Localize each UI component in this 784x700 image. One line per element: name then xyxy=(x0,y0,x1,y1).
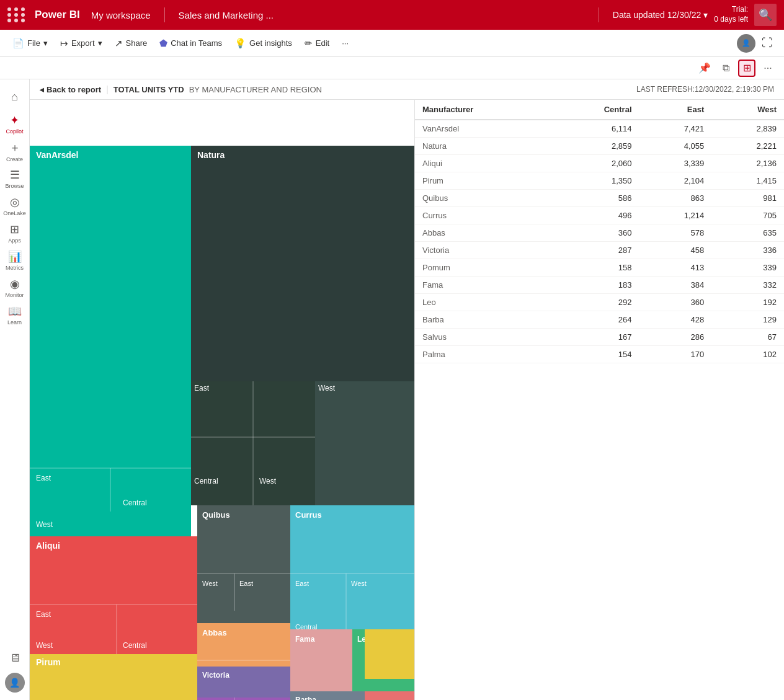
treemap-svg: VanArsdel East Central West Natura East xyxy=(30,100,414,700)
sidebar-item-apps[interactable]: ⊞ Apps xyxy=(2,221,27,246)
svg-text:Barba: Barba xyxy=(295,696,316,700)
cell-east: 7,421 xyxy=(639,120,712,138)
sidebar-item-onelake[interactable]: ◎ OneLake xyxy=(2,193,27,218)
col-header-east: East xyxy=(639,100,712,120)
sidebar-avatar[interactable]: 👤 xyxy=(5,673,25,693)
cell-central: 154 xyxy=(551,346,639,363)
table-view-button[interactable]: ⊞ xyxy=(738,60,755,77)
salvus-block xyxy=(365,691,414,700)
trial-label: Trial: 0 days left xyxy=(714,5,748,24)
apps-label: Apps xyxy=(8,237,21,244)
more-options-button[interactable]: ··· xyxy=(337,36,354,50)
svg-text:Quibus: Quibus xyxy=(202,510,230,520)
cell-central: 287 xyxy=(551,242,639,259)
left-sidebar: ⌂ ✦ Copilot ＋ Create ☰ Browse ◎ OneLake … xyxy=(0,79,30,700)
breadcrumb-bar: ◂ Back to report | TOTAL UNITS YTD BY MA… xyxy=(30,79,784,100)
svg-text:West: West xyxy=(351,580,367,587)
cell-east: 1,214 xyxy=(639,207,712,224)
cell-manufacturer: Salvus xyxy=(415,329,551,346)
cell-manufacturer: Fama xyxy=(415,277,551,294)
export-button[interactable]: ↦ Export ▾ xyxy=(55,35,107,51)
sidebar-item-screen[interactable]: 🖥 xyxy=(2,645,27,670)
cell-central: 360 xyxy=(551,224,639,242)
col-header-central: Central xyxy=(551,100,639,120)
palma-block xyxy=(365,629,414,679)
edit-button[interactable]: ✏ Edit xyxy=(300,35,334,51)
svg-text:Central: Central xyxy=(123,641,147,650)
share-button[interactable]: ↗ Share xyxy=(110,35,153,51)
col-header-west: West xyxy=(711,100,784,120)
cell-west: 129 xyxy=(711,311,784,329)
svg-text:Fama: Fama xyxy=(295,635,315,644)
cell-east: 384 xyxy=(639,277,712,294)
svg-text:East: East xyxy=(239,580,253,587)
user-avatar[interactable]: 👤 xyxy=(737,34,755,53)
back-to-report-button[interactable]: ◂ Back to report xyxy=(40,85,101,94)
apps-icon: ⊞ xyxy=(10,223,19,236)
sidebar-item-metrics[interactable]: 📊 Metrics xyxy=(2,248,27,273)
cell-central: 586 xyxy=(551,190,639,207)
workspace-label[interactable]: My workspace xyxy=(91,10,151,20)
svg-text:West: West xyxy=(36,520,53,529)
cell-west: 102 xyxy=(711,346,784,363)
copilot-label: Copilot xyxy=(6,128,23,135)
cell-manufacturer: Leo xyxy=(415,294,551,311)
table-row: Victoria287458336 xyxy=(415,242,784,259)
svg-text:East: East xyxy=(194,384,210,392)
chat-in-teams-button[interactable]: ⬟ Chat in Teams xyxy=(154,35,227,51)
svg-text:East: East xyxy=(36,474,51,482)
natura-block xyxy=(191,146,414,394)
cell-manufacturer: Victoria xyxy=(415,242,551,259)
onelake-label: OneLake xyxy=(3,210,26,216)
export-icon: ↦ xyxy=(60,38,68,49)
cell-central: 183 xyxy=(551,277,639,294)
table-row: Pomum158413339 xyxy=(415,259,784,277)
sidebar-item-browse[interactable]: ☰ Browse xyxy=(2,166,27,191)
sidebar-item-home[interactable]: ⌂ xyxy=(2,84,27,109)
last-refresh-label: LAST REFRESH:12/30/2022, 2:19:30 PM xyxy=(636,85,774,94)
cell-manufacturer: Abbas xyxy=(415,224,551,242)
sidebar-item-create[interactable]: ＋ Create xyxy=(2,139,27,164)
cell-central: 158 xyxy=(551,259,639,277)
get-insights-button[interactable]: 💡 Get insights xyxy=(229,35,297,51)
app-grid-icon[interactable] xyxy=(7,7,26,22)
table-row: Leo292360192 xyxy=(415,294,784,311)
aliqui-block xyxy=(30,536,197,654)
cell-manufacturer: Pomum xyxy=(415,259,551,277)
cell-central: 2,060 xyxy=(551,155,639,172)
sidebar-item-copilot[interactable]: ✦ Copilot xyxy=(2,112,27,136)
pin-button[interactable]: 📌 xyxy=(696,60,713,77)
search-button[interactable]: 🔍 xyxy=(754,4,777,26)
svg-text:Pirum: Pirum xyxy=(36,657,61,667)
svg-rect-14 xyxy=(315,381,414,505)
svg-text:Natura: Natura xyxy=(197,150,225,160)
data-table-panel: Manufacturer Central East West VanArsdel… xyxy=(414,100,784,700)
cell-west: 336 xyxy=(711,242,784,259)
cell-east: 413 xyxy=(639,259,712,277)
data-updated-label[interactable]: Data updated 12/30/22 ▾ xyxy=(613,10,708,20)
expand-icon[interactable]: ⛶ xyxy=(758,35,777,51)
cell-east: 2,104 xyxy=(639,172,712,190)
file-button[interactable]: 📄 File ▾ xyxy=(7,35,53,51)
svg-text:Victoria: Victoria xyxy=(202,671,229,680)
svg-text:Abbas: Abbas xyxy=(202,628,227,637)
browse-icon: ☰ xyxy=(10,168,20,182)
breadcrumb-title: TOTAL UNITS YTD xyxy=(114,85,184,94)
cell-west: 705 xyxy=(711,207,784,224)
copy-button[interactable]: ⧉ xyxy=(717,60,734,77)
svg-text:West: West xyxy=(36,641,53,650)
cell-central: 2,859 xyxy=(551,138,639,155)
create-icon: ＋ xyxy=(9,140,20,155)
pin-icon: 📌 xyxy=(698,62,711,74)
breadcrumb-subtitle: BY MANUFACTURER AND REGION xyxy=(189,85,322,94)
cell-east: 863 xyxy=(639,190,712,207)
table-row: Pirum1,3502,1041,415 xyxy=(415,172,784,190)
table-row: Currus4961,214705 xyxy=(415,207,784,224)
table-row: Natura2,8594,0552,221 xyxy=(415,138,784,155)
toolbar-right: 👤 ⛶ xyxy=(737,34,777,53)
sidebar-item-learn[interactable]: 📖 Learn xyxy=(2,303,27,327)
sidebar-item-monitor[interactable]: ◉ Monitor xyxy=(2,275,27,300)
treemap-visual[interactable]: VanArsdel East Central West Natura East xyxy=(30,100,414,700)
svg-rect-5 xyxy=(30,512,191,536)
more-icon-button[interactable]: ··· xyxy=(759,60,777,77)
